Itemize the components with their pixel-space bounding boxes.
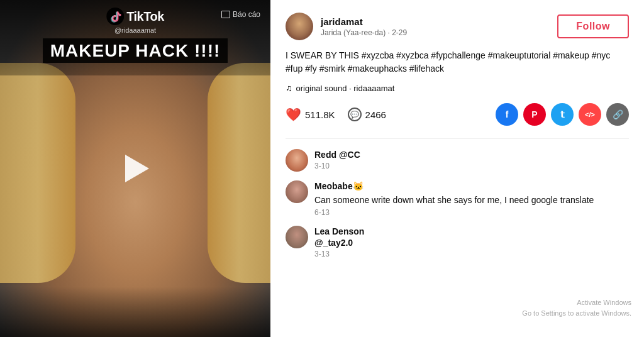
comment-header: Lea Denson (314, 226, 629, 237)
report-button[interactable]: Báo cáo (221, 10, 260, 19)
likes-count: 511.8K (305, 109, 335, 120)
comment-body: Lea Denson @_tay2.0 3-13 (314, 226, 629, 258)
comment-date: 6-13 (314, 208, 629, 217)
comment-icon: 💬 (348, 108, 362, 121)
follow-button[interactable]: Follow (557, 14, 629, 38)
caption-text: I SWEAR BY THIS #xyzcba #xyzbca #fypchal… (286, 50, 610, 74)
report-label: Báo cáo (233, 10, 260, 19)
play-button[interactable] (116, 150, 154, 187)
share-twitter-button[interactable]: 𝕥 (551, 103, 574, 126)
comment-avatar (286, 149, 308, 172)
stats-share-row: ❤️ 511.8K 💬 2466 f P 𝕥 </> 🔗 (286, 103, 629, 126)
comment-username[interactable]: Redd (314, 150, 339, 160)
comment-username[interactable]: Meobabe🐱 (314, 181, 364, 191)
video-caption: I SWEAR BY THIS #xyzcba #xyzbca #fypchal… (286, 49, 629, 75)
author-info: jaridamat Jarida (Yaa-ree-da) · 2-29 (286, 13, 407, 40)
author-name-block: jaridamat Jarida (Yaa-ree-da) · 2-29 (321, 16, 407, 37)
video-panel: TikTok @ridaaaamat Báo cáo MAKEUP HACK !… (0, 0, 270, 337)
comment-date: 3-10 (314, 162, 629, 170)
comment-item: Meobabe🐱 Can someone write down what she… (286, 180, 629, 217)
author-subtitle: Jarida (Yaa-ree-da) · 2-29 (321, 28, 407, 37)
comment-header: Redd @CC (314, 149, 629, 160)
sound-row[interactable]: ♫ original sound · ridaaaamat (286, 83, 629, 93)
comment-tag[interactable]: @CC (339, 150, 360, 160)
author-name[interactable]: jaridamat (321, 16, 407, 27)
tiktok-logo-area: TikTok @ridaaaamat (106, 8, 164, 34)
stats: ❤️ 511.8K 💬 2466 (286, 107, 386, 122)
tiktok-brand-name: TikTok (126, 9, 164, 24)
sound-label: original sound · ridaaaamat (296, 84, 395, 93)
tiktok-icon (106, 8, 124, 25)
heart-icon: ❤️ (286, 107, 301, 122)
comment-body: Redd @CC 3-10 (314, 149, 629, 172)
share-pinterest-button[interactable]: P (523, 103, 546, 126)
video-title-overlay: MAKEUP HACK !!!! (0, 41, 270, 61)
share-facebook-button[interactable]: f (496, 103, 518, 126)
comments-stat[interactable]: 💬 2466 (348, 108, 386, 121)
comment-tag[interactable]: @_tay2.0 (314, 238, 353, 248)
avatar[interactable] (286, 13, 313, 40)
likes-stat[interactable]: ❤️ 511.8K (286, 107, 335, 122)
comment-body: Meobabe🐱 Can someone write down what she… (314, 180, 629, 217)
play-icon (125, 155, 149, 182)
comment-text: Can someone write down what she says for… (314, 194, 629, 207)
comment-date: 3-13 (314, 250, 629, 258)
comment-header: Meobabe🐱 (314, 180, 629, 192)
comment-avatar (286, 180, 308, 203)
tiktok-logo: TikTok (106, 8, 164, 25)
tiktok-username: @ridaaaamat (114, 26, 156, 34)
comment-item: Lea Denson @_tay2.0 3-13 (286, 226, 629, 258)
video-title-text: MAKEUP HACK !!!! (43, 38, 228, 63)
share-code-button[interactable]: </> (579, 103, 601, 126)
right-panel: jaridamat Jarida (Yaa-ree-da) · 2-29 Fol… (270, 0, 644, 337)
author-row: jaridamat Jarida (Yaa-ree-da) · 2-29 Fol… (286, 13, 629, 40)
comments-section: Redd @CC 3-10 Meobabe🐱 Can someone write… (286, 149, 629, 258)
flag-icon (221, 11, 230, 18)
music-note-icon: ♫ (286, 83, 292, 93)
comment-item: Redd @CC 3-10 (286, 149, 629, 172)
share-link-button[interactable]: 🔗 (606, 103, 629, 126)
share-icons: f P 𝕥 </> 🔗 (496, 103, 629, 126)
comments-count: 2466 (365, 109, 386, 120)
comment-avatar (286, 226, 308, 248)
comment-username[interactable]: Lea Denson (314, 226, 364, 236)
divider (286, 138, 629, 139)
